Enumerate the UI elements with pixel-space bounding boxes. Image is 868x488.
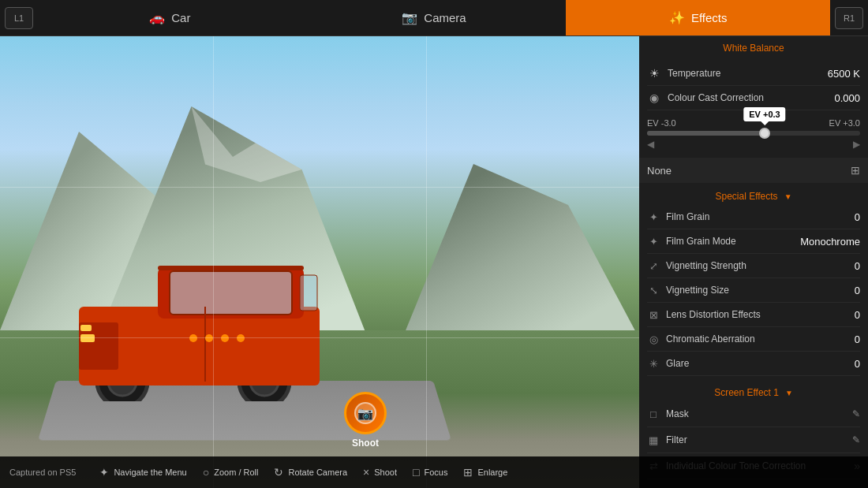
shoot-button-container: 📷 Shoot <box>344 392 387 449</box>
temperature-icon: ☀ <box>647 66 661 80</box>
film-grain-mode-value: Monochrome <box>800 236 860 248</box>
vignetting-strength-label: ⤢ Vignetting Strength <box>647 259 746 272</box>
camera-icon: 📷 <box>402 10 417 25</box>
mask-row: □ Mask ✎ <box>647 401 860 427</box>
svg-point-16 <box>237 334 245 342</box>
white-balance-section: ☀ Temperature 6500 K ◉ Colour Cast Corre… <box>639 57 868 115</box>
mask-label-text: Mask <box>666 408 689 419</box>
film-grain-mode-row: ✦ Film Grain Mode Monochrome <box>647 229 860 254</box>
r1-button[interactable]: R1 <box>835 7 863 29</box>
zoom-icon: ○ <box>203 466 209 479</box>
car-icon: 🚗 <box>149 10 165 25</box>
lens-distortion-label: ⊠ Lens Distortion Effects <box>647 308 761 321</box>
svg-point-15 <box>221 334 229 342</box>
slider-arrow-left[interactable]: ◀ <box>647 139 654 150</box>
film-grain-value: 0 <box>855 211 860 223</box>
svg-point-13 <box>189 334 197 342</box>
film-grain-mode-icon: ✦ <box>647 235 660 248</box>
grid-layout-icon[interactable]: ⊞ <box>851 164 860 177</box>
glare-row: ✳ Glare 0 <box>647 352 860 376</box>
shoot-item: × Shoot <box>363 466 397 479</box>
temperature-value: 6500 K <box>828 68 860 80</box>
white-balance-title: White Balance <box>723 43 784 54</box>
shoot-icon: × <box>363 466 369 479</box>
film-grain-label-text: Film Grain <box>666 211 709 222</box>
lens-distortion-row: ⊠ Lens Distortion Effects 0 <box>647 303 860 327</box>
effects-icon: ✨ <box>669 10 685 25</box>
vignetting-strength-value: 0 <box>855 260 860 272</box>
navigate-label: Navigate the Menu <box>114 468 186 477</box>
white-balance-header: White Balance <box>639 36 868 57</box>
screen-effect-header: Screen Effect 1 ▼ <box>639 381 868 401</box>
glare-icon: ✳ <box>647 357 660 370</box>
film-grain-mode-label-text: Film Grain Mode <box>666 236 736 247</box>
chromatic-aberration-icon: ◎ <box>647 333 660 345</box>
rotate-icon: ↻ <box>274 466 283 479</box>
colour-cast-label-text: Colour Cast Correction <box>668 92 764 103</box>
special-effects-header: Special Effects ▼ <box>639 184 868 205</box>
shoot-button[interactable]: 📷 <box>344 392 387 434</box>
enlarge-icon: ⊞ <box>463 466 473 479</box>
tab-effects[interactable]: ✨ Effects <box>566 0 830 35</box>
svg-rect-10 <box>300 275 317 311</box>
rotate-label: Rotate Camera <box>288 468 347 477</box>
vignetting-size-row: ⤡ Vignetting Size 0 <box>647 278 860 303</box>
none-label: None <box>647 165 672 177</box>
tab-car-label: Car <box>171 11 190 24</box>
camera-shutter-icon: 📷 <box>357 406 373 421</box>
top-nav: L1 🚗 Car 📷 Camera ✨ Effects R1 <box>0 0 868 36</box>
filter-label: ▦ Filter <box>647 434 687 446</box>
svg-rect-7 <box>80 325 92 331</box>
r1-label: R1 <box>844 13 855 23</box>
special-effects-title: Special Effects <box>715 191 777 202</box>
mask-icon: □ <box>647 408 660 420</box>
tab-camera[interactable]: 📷 Camera <box>302 0 567 35</box>
slider-arrow-right[interactable]: ▶ <box>853 139 860 150</box>
focus-icon: □ <box>413 466 419 479</box>
svg-point-14 <box>205 334 213 342</box>
none-row: None ⊞ <box>639 158 868 183</box>
camera-background: 📷 Shoot <box>0 36 639 488</box>
slider-arrows: ◀ ▶ <box>647 139 860 150</box>
navigate-item: ✦ Navigate the Menu <box>99 466 186 479</box>
focus-item: □ Focus <box>413 466 447 479</box>
film-grain-icon: ✦ <box>647 210 660 223</box>
tab-effects-label: Effects <box>691 11 728 24</box>
ev-slider-track[interactable]: EV +0.3 <box>647 131 860 136</box>
shoot-button-inner: 📷 <box>354 402 376 424</box>
truck-svg <box>63 244 331 401</box>
glare-label: ✳ Glare <box>647 357 689 370</box>
enlarge-label: Enlarge <box>477 468 507 477</box>
lens-distortion-label-text: Lens Distortion Effects <box>666 309 761 320</box>
chromatic-aberration-value: 0 <box>855 333 860 345</box>
temperature-row: ☀ Temperature 6500 K <box>647 61 860 86</box>
vignetting-size-icon: ⤡ <box>647 284 660 296</box>
film-grain-mode-label: ✦ Film Grain Mode <box>647 235 736 248</box>
ev-slider-fill <box>647 131 765 136</box>
vignetting-size-label-text: Vignetting Size <box>666 285 729 296</box>
vignetting-size-value: 0 <box>855 285 860 296</box>
colour-cast-value: 0.000 <box>834 92 860 104</box>
film-grain-label: ✦ Film Grain <box>647 210 709 223</box>
shoot-label: Shoot <box>374 468 397 477</box>
shoot-button-label: Shoot <box>352 438 379 449</box>
ev-slider-thumb[interactable]: EV +0.3 <box>759 128 770 139</box>
l1-button[interactable]: L1 <box>5 7 33 29</box>
enlarge-item: ⊞ Enlarge <box>463 466 507 479</box>
vignetting-size-label: ⤡ Vignetting Size <box>647 284 729 296</box>
bottom-bar: Captured on PS5 ✦ Navigate the Menu ○ Zo… <box>0 456 868 488</box>
glare-value: 0 <box>855 358 860 370</box>
film-grain-row: ✦ Film Grain 0 <box>647 205 860 229</box>
screen-effect-arrow: ▼ <box>785 389 793 397</box>
colour-cast-label: ◉ Colour Cast Correction <box>647 91 764 105</box>
vignetting-strength-row: ⤢ Vignetting Strength 0 <box>647 254 860 278</box>
main-container: L1 🚗 Car 📷 Camera ✨ Effects R1 <box>0 0 868 488</box>
rotate-item: ↻ Rotate Camera <box>274 466 347 479</box>
mask-edit-icon[interactable]: ✎ <box>852 408 860 419</box>
tab-car[interactable]: 🚗 Car <box>38 0 302 35</box>
filter-edit-icon[interactable]: ✎ <box>852 434 860 445</box>
special-effects-arrow: ▼ <box>784 192 792 201</box>
zoom-label: Zoom / Roll <box>214 468 258 477</box>
mountain-right <box>402 133 639 338</box>
ev-tooltip: EV +0.3 <box>743 107 785 121</box>
